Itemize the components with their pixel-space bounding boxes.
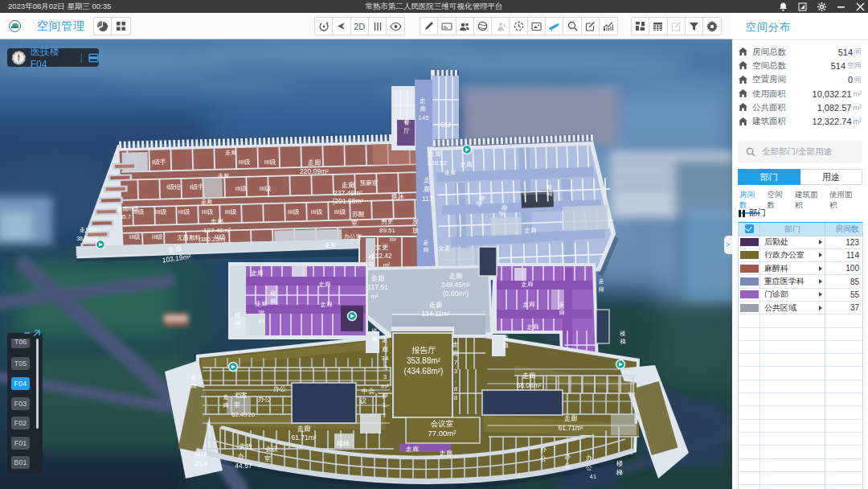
svg-text:117.51: 117.51	[367, 283, 388, 291]
svg-text:41: 41	[590, 473, 596, 480]
svg-text:走廊III级: 走廊III级	[117, 206, 139, 212]
svg-text:III级: III级	[129, 233, 141, 240]
svg-text:走廊: 走廊	[525, 227, 538, 234]
svg-text:49: 49	[258, 318, 264, 324]
svg-text:梯: 梯	[502, 343, 509, 348]
svg-text:廊: 廊	[452, 350, 459, 357]
svg-text:走: 走	[452, 341, 459, 348]
svg-text:III级: III级	[334, 208, 346, 216]
svg-text:走廊: 走廊	[308, 158, 322, 166]
svg-text:会议: 会议	[265, 446, 278, 453]
svg-text:办: 办	[564, 453, 571, 460]
svg-text:走廊: 走廊	[523, 301, 536, 308]
svg-text:25,9: 25,9	[194, 460, 207, 467]
svg-text:厅: 厅	[403, 127, 410, 134]
svg-text:III级: III级	[215, 233, 226, 240]
svg-text:m²: m²	[381, 383, 389, 390]
svg-text:走: 走	[424, 176, 431, 184]
svg-text:III级: III级	[152, 233, 163, 240]
svg-text:走: 走	[599, 278, 604, 285]
svg-text:走廊: 走廊	[252, 269, 264, 277]
svg-text:(0.00m²): (0.00m²)	[443, 290, 469, 298]
svg-text:楼梯: 楼梯	[194, 450, 207, 458]
svg-text:走廊: 走廊	[461, 161, 473, 168]
svg-text:(9: (9	[382, 392, 388, 399]
svg-text:8: 8	[454, 394, 458, 401]
svg-text:68.08m²: 68.08m²	[516, 381, 541, 389]
svg-text:61.71m²: 61.71m²	[558, 424, 583, 432]
svg-text:I级手: I级手	[152, 158, 166, 166]
svg-text:楼梯: 楼梯	[337, 440, 350, 447]
svg-text:廊: 廊	[424, 247, 429, 253]
svg-text:楼: 楼	[372, 328, 378, 335]
svg-text:74: 74	[382, 355, 389, 362]
svg-text:III级: III级	[288, 208, 300, 216]
svg-text:办公: 办公	[258, 396, 271, 403]
svg-text:353.88m²: 353.88m²	[407, 356, 441, 365]
svg-text:44.57: 44.57	[235, 462, 252, 470]
svg-text:I级手: I级手	[190, 183, 204, 191]
svg-text:III级: III级	[311, 208, 323, 216]
svg-text:室: 室	[264, 455, 271, 462]
svg-text:III级: III级	[264, 158, 276, 166]
svg-text:III级: III级	[178, 208, 190, 216]
svg-text:走: 走	[223, 394, 229, 401]
svg-text:中会: 中会	[362, 387, 376, 395]
svg-text:走廊: 走廊	[256, 301, 267, 307]
svg-text:走廊: 走廊	[546, 184, 553, 197]
svg-text:3: 3	[383, 373, 387, 380]
svg-text:20: 20	[248, 411, 255, 418]
svg-text:3: 3	[454, 368, 458, 375]
svg-text:38.00(43.: 38.00(43.	[76, 236, 100, 242]
svg-text:公: 公	[564, 462, 571, 470]
svg-text:梯: 梯	[616, 469, 623, 476]
svg-text:1.: 1.	[383, 401, 388, 409]
svg-text:走廊: 走廊	[325, 242, 336, 249]
svg-text:走: 走	[559, 302, 565, 308]
svg-text:走廊: 走廊	[225, 150, 236, 156]
svg-text:走廊: 走廊	[444, 170, 456, 176]
svg-text:8: 8	[454, 385, 458, 392]
svg-text:I级铅: I级铅	[166, 183, 181, 191]
svg-text:报告厅: 报告厅	[411, 346, 436, 355]
svg-text:办: 办	[540, 446, 547, 453]
svg-text:放: 放	[412, 227, 419, 234]
svg-text:党政: 党政	[240, 442, 254, 450]
svg-text:走: 走	[382, 336, 388, 343]
svg-text:办公: 办公	[273, 385, 286, 392]
svg-text:走廊: 走廊	[211, 218, 223, 225]
svg-text:梯: 梯	[620, 339, 626, 344]
svg-text:走廊1m²: 走廊1m²	[80, 227, 101, 233]
svg-text:62.49: 62.49	[231, 411, 248, 418]
svg-text:走: 走	[420, 97, 426, 105]
svg-text:.: .	[455, 376, 457, 384]
svg-text:无菌敷料: 无菌敷料	[177, 234, 202, 241]
svg-text:走廊: 走廊	[319, 281, 332, 288]
svg-text:m²: m²	[383, 261, 391, 269]
svg-text:走廊: 走廊	[522, 372, 537, 380]
svg-text:7: 7	[454, 359, 458, 366]
svg-text:220.09m²: 220.09m²	[300, 167, 329, 175]
svg-text:廊: 廊	[223, 402, 229, 408]
svg-text:廊: 廊	[559, 310, 565, 315]
svg-text:38: 38	[258, 310, 264, 315]
svg-text:(291.68m²: (291.68m²	[333, 197, 364, 205]
svg-text:女更: 女更	[375, 243, 390, 251]
svg-text:249.45m²: 249.45m²	[441, 281, 470, 289]
svg-text:61.71m²: 61.71m²	[291, 434, 316, 442]
svg-text:梯: 梯	[235, 320, 241, 326]
svg-text:m²: m²	[371, 293, 379, 300]
svg-text:III级: III级	[235, 185, 248, 192]
svg-text:楼: 楼	[235, 312, 241, 318]
svg-text:112.42: 112.42	[371, 252, 392, 260]
svg-text:走廊: 走廊	[522, 281, 534, 288]
svg-text:走廊: 走廊	[429, 301, 444, 309]
svg-text:走廊: 走廊	[342, 181, 356, 189]
svg-text:III级: III级	[225, 208, 237, 216]
svg-text:35.7: 35.7	[120, 214, 131, 220]
svg-text:117: 117	[422, 195, 433, 203]
svg-text:走廊: 走廊	[527, 323, 540, 331]
svg-text:走廊: 走廊	[564, 414, 579, 422]
svg-text:廊: 廊	[420, 105, 426, 113]
svg-text:会议室: 会议室	[431, 419, 454, 428]
